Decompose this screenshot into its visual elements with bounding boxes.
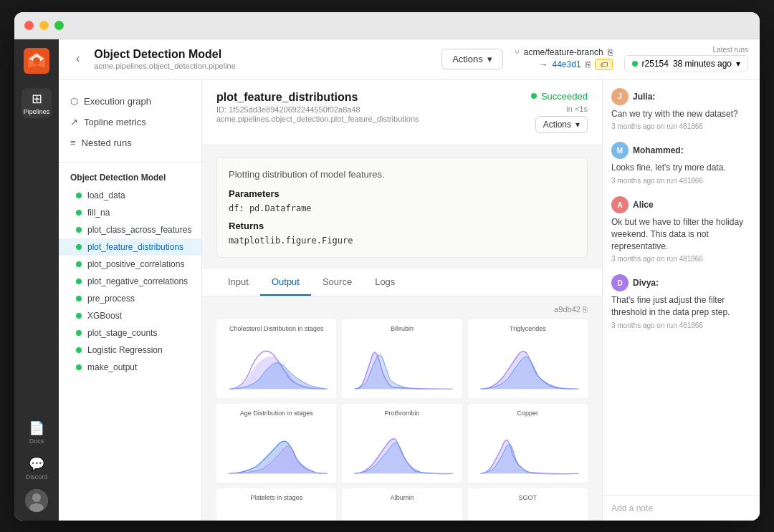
run-badge[interactable]: r25154 38 minutes ago ▾ <box>624 55 748 72</box>
chart-triglycerides: Triglycerides <box>468 319 588 398</box>
sidebar-item-discord[interactable]: 💬 Discord <box>22 453 52 483</box>
copy-icon-2[interactable]: ⎘ <box>586 59 591 69</box>
doc-description: Plotting distribution of model features. <box>229 169 575 180</box>
comment-header: M Mohammed: <box>611 142 751 159</box>
svg-point-5 <box>32 493 41 502</box>
chart-title: Prothrombin <box>348 410 456 417</box>
pipelines-icon: ⊞ <box>32 91 42 107</box>
latest-runs-label: Latest runs <box>713 46 748 54</box>
avatar-julia: J <box>611 88 629 105</box>
pipeline-item-label: Logistic Regression <box>87 345 163 355</box>
pipeline-item-xgboost[interactable]: XGBoost <box>59 307 201 324</box>
step-actions-button[interactable]: Actions ▾ <box>535 116 588 133</box>
chart-cholesterol: Cholesterol Distribution in stages <box>216 319 336 398</box>
branch-info: ⑂ acme/feature-branch ⎘ → 44e3d1 ⎘ 🏷 <box>515 47 613 70</box>
tab-logs[interactable]: Logs <box>363 269 406 296</box>
status-dot <box>76 296 82 301</box>
arrow-icon: → <box>540 59 548 69</box>
comment-meta-mohammed: 3 months ago on run 481866 <box>611 177 751 185</box>
sidebar-item-docs[interactable]: 📄 Docs <box>22 417 52 448</box>
nav-section: ⬡ Execution graph ↗ Topline metrics ≡ Ne… <box>59 88 201 156</box>
comment-header: A Alice <box>611 196 751 213</box>
docs-icon: 📄 <box>29 420 44 436</box>
pipelines-label: Pipelines <box>24 108 50 115</box>
status-dot <box>76 210 82 216</box>
chart-age-svg <box>222 420 330 483</box>
pipeline-item-plot_class[interactable]: plot_class_across_features <box>59 221 201 238</box>
sidebar-item-pipelines[interactable]: ⊞ Pipelines <box>22 88 52 118</box>
copy-icon[interactable]: ⎘ <box>608 47 613 57</box>
status-dot <box>76 279 82 284</box>
comments-area: J Julia: Can we try with the new dataset… <box>603 79 760 495</box>
pipeline-item-plot_positive[interactable]: plot_positive_correlations <box>59 256 201 273</box>
comment-divya: D Divya: That's fine just adjust the fil… <box>611 274 751 329</box>
close-button[interactable] <box>24 21 34 30</box>
comment-text-divya: That's fine just adjust the filter thres… <box>611 294 751 319</box>
pipeline-item-plot_stage[interactable]: plot_stage_counts <box>59 324 201 342</box>
add-note-input[interactable]: Add a note <box>603 495 760 521</box>
status-badge: Succeeded <box>531 91 588 102</box>
actions-button[interactable]: Actions ▾ <box>441 49 503 69</box>
output-commit-hash: a9db42 ⎘ <box>216 305 588 314</box>
tab-output[interactable]: Output <box>260 269 311 296</box>
left-nav: ⬡ Execution graph ↗ Topline metrics ≡ Ne… <box>59 79 202 521</box>
pipeline-item-plot_negative[interactable]: plot_negative_correlations <box>59 273 201 290</box>
nav-item-nested-runs[interactable]: ≡ Nested runs <box>59 132 201 153</box>
chart-grid: Cholesterol Distribution in stages <box>216 319 588 521</box>
page-subtitle: acme.pipelines.object_detection.pipeline <box>94 62 433 70</box>
comment-meta-julia: 3 months ago on run 481866 <box>611 122 751 130</box>
back-button[interactable]: ‹ <box>70 49 85 68</box>
nested-runs-label: Nested runs <box>82 137 132 148</box>
status-dot <box>76 347 82 353</box>
chart-title: Cholesterol Distribution in stages <box>222 325 330 332</box>
minimize-button[interactable] <box>39 21 49 30</box>
pipeline-item-load_data[interactable]: load_data <box>59 187 201 204</box>
step-actions-chevron: ▾ <box>575 120 580 130</box>
step-actions-label: Actions <box>543 120 571 130</box>
comment-mohammed: M Mohammed: Looks fine, let's try more d… <box>611 142 751 185</box>
nav-item-execution-graph[interactable]: ⬡ Execution graph <box>59 91 201 112</box>
pipeline-item-plot_feature[interactable]: plot_feature_distributions <box>59 238 201 256</box>
run-id: r25154 <box>642 59 669 69</box>
tab-source[interactable]: Source <box>311 269 363 296</box>
status-dot <box>76 227 82 233</box>
page-title: Object Detection Model <box>94 48 433 61</box>
comment-meta-alice: 3 months ago on run 481866 <box>611 255 751 263</box>
pipeline-item-fill_na[interactable]: fill_na <box>59 204 201 221</box>
user-avatar[interactable] <box>25 489 48 512</box>
pipeline-item-label: fill_na <box>87 208 110 218</box>
maximize-button[interactable] <box>54 21 64 30</box>
pipeline-item-label: make_output <box>87 362 137 372</box>
chart-title: Bilirubin <box>348 325 456 332</box>
pipeline-item-label: plot_negative_correlations <box>87 276 188 286</box>
params-label: Parameters <box>229 188 575 199</box>
pipeline-item-label: plot_stage_counts <box>87 328 157 338</box>
author-divya: Divya: <box>633 278 659 288</box>
chart-prothrombin: Prothrombin <box>342 404 462 483</box>
chart-title: SGOT <box>474 494 582 501</box>
copy-icon-output[interactable]: ⎘ <box>583 305 588 314</box>
step-name: plot_feature_distributions <box>216 91 419 104</box>
status-dot <box>76 244 82 250</box>
pipeline-item-make_output[interactable]: make_output <box>59 359 201 376</box>
status-time: in <1s <box>566 105 588 113</box>
chart-title: Triglycerides <box>474 325 582 332</box>
commit-link[interactable]: 44e3d1 <box>553 59 581 69</box>
pipeline-item-label: plot_positive_correlations <box>87 259 184 269</box>
app-window: ⊞ Pipelines 📄 Docs 💬 Discord <box>14 12 760 521</box>
status-dot <box>76 261 82 267</box>
tab-input[interactable]: Input <box>216 269 260 296</box>
status-dot-green <box>531 93 537 99</box>
nested-runs-icon: ≡ <box>70 137 76 148</box>
top-header: ‹ Object Detection Model acme.pipelines.… <box>59 39 760 79</box>
pipeline-item-pre_process[interactable]: pre_process <box>59 290 201 307</box>
pipeline-section-label: Object Detection Model <box>59 168 201 187</box>
actions-label: Actions <box>452 54 483 64</box>
header-title-area: Object Detection Model acme.pipelines.ob… <box>94 48 433 70</box>
pipeline-item-label: plot_class_across_features <box>87 225 191 235</box>
nav-item-topline-metrics[interactable]: ↗ Topline metrics <box>59 112 201 132</box>
author-alice: Alice <box>633 200 654 210</box>
pipeline-item-logistic[interactable]: Logistic Regression <box>59 342 201 359</box>
pipeline-item-label: XGBoost <box>87 311 122 321</box>
step-status-area: Succeeded in <1s Actions ▾ <box>531 91 588 133</box>
